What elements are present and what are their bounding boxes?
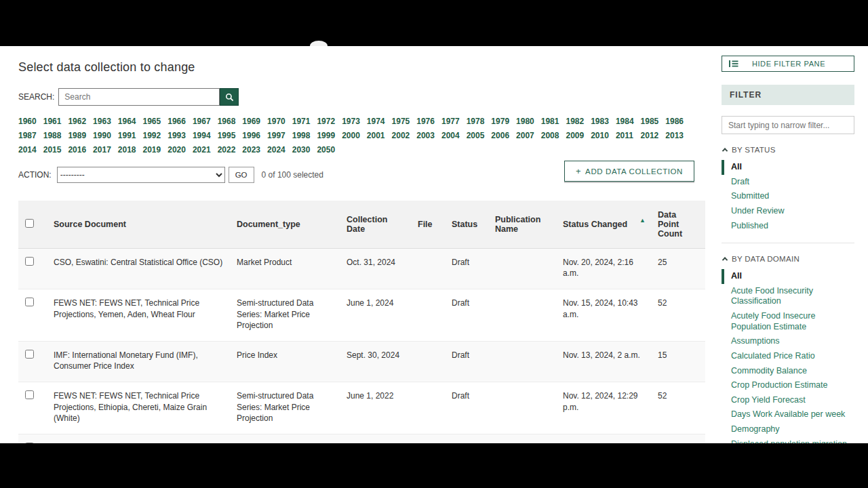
year-link[interactable]: 2016	[68, 145, 86, 155]
year-link[interactable]: 1993	[167, 131, 186, 140]
column-header-source-document[interactable]: Source Document	[47, 201, 230, 249]
source-document-link[interactable]: FEWS NET: FEWS NET, Technical Price Proj…	[54, 298, 199, 319]
column-header-status[interactable]: Status	[445, 201, 488, 249]
year-link[interactable]: 1971	[292, 117, 311, 126]
year-link[interactable]: 1975	[392, 117, 410, 126]
year-link[interactable]: 2005	[467, 131, 485, 140]
source-document-link[interactable]: IMF: International Monetary Fund (IMF), …	[54, 350, 198, 371]
year-link[interactable]: 2012	[641, 131, 659, 140]
year-link[interactable]: 1996	[242, 131, 260, 140]
year-link[interactable]: 2024	[267, 145, 285, 155]
year-link[interactable]: 1989	[68, 131, 86, 140]
go-button[interactable]: GO	[229, 167, 254, 183]
year-link[interactable]: 1965	[143, 117, 161, 126]
year-link[interactable]: 2019	[143, 145, 161, 155]
select-all-checkbox[interactable]	[25, 219, 34, 228]
year-link[interactable]: 2002	[392, 131, 410, 140]
row-checkbox[interactable]	[25, 298, 34, 306]
filter-link[interactable]: Days Work Available per week	[731, 409, 845, 419]
action-select[interactable]: ---------	[57, 167, 225, 183]
year-link[interactable]: 1980	[516, 117, 534, 126]
year-link[interactable]: 2008	[541, 131, 559, 140]
year-link[interactable]: 1972	[317, 117, 335, 126]
year-link[interactable]: 2001	[367, 131, 385, 140]
source-document-link[interactable]: CSO, Eswatini: Central Statistical Offic…	[54, 258, 222, 267]
year-link[interactable]: 2010	[591, 131, 609, 140]
year-link[interactable]: 2004	[441, 131, 460, 140]
year-link[interactable]: 1988	[43, 131, 62, 140]
column-header-collection-date[interactable]: Collection Date	[340, 201, 411, 249]
year-link[interactable]: 2017	[93, 145, 111, 155]
filter-link[interactable]: Crop Yield Forecast	[731, 395, 806, 405]
search-button[interactable]	[220, 88, 239, 106]
year-link[interactable]: 1981	[541, 117, 559, 126]
filter-link[interactable]: All	[731, 162, 742, 171]
filter-section-by-status[interactable]: BY STATUS	[723, 146, 854, 154]
year-link[interactable]: 1979	[491, 117, 509, 126]
year-link[interactable]: 1998	[292, 131, 311, 140]
year-link[interactable]: 2009	[566, 131, 584, 140]
row-checkbox[interactable]	[25, 390, 34, 399]
row-checkbox[interactable]	[25, 257, 34, 266]
filter-link[interactable]: Displaced population migration flow	[731, 439, 847, 443]
year-link[interactable]: 1961	[43, 117, 62, 126]
year-link[interactable]: 1992	[143, 131, 161, 140]
year-link[interactable]: 1963	[93, 117, 111, 126]
year-link[interactable]: 1982	[566, 117, 584, 126]
year-link[interactable]: 2021	[193, 145, 211, 155]
year-link[interactable]: 2018	[118, 145, 136, 155]
year-link[interactable]: 1994	[193, 131, 211, 140]
year-link[interactable]: 1995	[218, 131, 236, 140]
filter-link[interactable]: Acutely Food Insecure Population Estimat…	[731, 311, 815, 331]
year-link[interactable]: 1990	[93, 131, 111, 140]
year-link[interactable]: 2022	[218, 145, 236, 155]
year-link[interactable]: 1964	[118, 117, 136, 126]
search-input[interactable]	[58, 88, 220, 106]
filter-link[interactable]: Commodity Balance	[731, 366, 807, 375]
year-link[interactable]: 2011	[616, 131, 634, 140]
year-link[interactable]: 1986	[665, 117, 684, 126]
year-link[interactable]: 1984	[616, 117, 634, 126]
year-link[interactable]: 1977	[441, 117, 460, 126]
row-checkbox[interactable]	[25, 443, 34, 443]
sort-ascending-icon[interactable]: ▲	[639, 217, 646, 224]
year-link[interactable]: 1978	[467, 117, 485, 126]
year-link[interactable]: 1974	[367, 117, 385, 126]
year-link[interactable]: 2000	[342, 131, 360, 140]
year-link[interactable]: 2015	[43, 145, 62, 155]
filter-link[interactable]: Submitted	[731, 191, 769, 201]
column-header-data-point-count[interactable]: Data Point Count	[651, 201, 705, 249]
year-link[interactable]: 2050	[317, 145, 335, 155]
filter-link[interactable]: Acute Food Insecurity Classification	[731, 286, 813, 306]
year-link[interactable]: 1960	[18, 117, 37, 126]
hide-filter-pane-button[interactable]: HIDE FILTER PANE	[722, 56, 854, 72]
row-checkbox[interactable]	[25, 350, 34, 359]
year-link[interactable]: 1968	[218, 117, 236, 126]
year-link[interactable]: 1976	[416, 117, 435, 126]
filter-section-by-data-domain[interactable]: BY DATA DOMAIN	[723, 255, 854, 263]
year-link[interactable]: 2014	[18, 145, 37, 155]
year-link[interactable]: 1966	[167, 117, 186, 126]
column-header-status-changed[interactable]: Status Changed▲	[556, 201, 651, 249]
filter-link[interactable]: Demography	[731, 424, 780, 434]
filter-narrow-input[interactable]	[722, 116, 854, 134]
year-link[interactable]: 2003	[416, 131, 435, 140]
year-link[interactable]: 1970	[267, 117, 285, 126]
year-link[interactable]: 1985	[641, 117, 659, 126]
year-link[interactable]: 1967	[193, 117, 211, 126]
filter-link[interactable]: Calculated Price Ratio	[731, 351, 815, 361]
filter-link[interactable]: Draft	[731, 177, 749, 186]
filter-link[interactable]: Under Review	[731, 206, 785, 216]
year-link[interactable]: 2013	[665, 131, 684, 140]
year-link[interactable]: 2023	[242, 145, 260, 155]
column-header-publication-name[interactable]: Publication Name	[488, 201, 556, 249]
year-link[interactable]: 1969	[242, 117, 260, 126]
year-link[interactable]: 1973	[342, 117, 360, 126]
year-link[interactable]: 1999	[317, 131, 335, 140]
filter-link[interactable]: Assumptions	[731, 336, 780, 346]
filter-link[interactable]: Published	[731, 221, 768, 230]
filter-link[interactable]: Crop Production Estimate	[731, 380, 827, 390]
year-link[interactable]: 1962	[68, 117, 86, 126]
add-data-collection-button[interactable]: +ADD DATA COLLECTION	[564, 161, 694, 182]
year-link[interactable]: 1983	[591, 117, 609, 126]
